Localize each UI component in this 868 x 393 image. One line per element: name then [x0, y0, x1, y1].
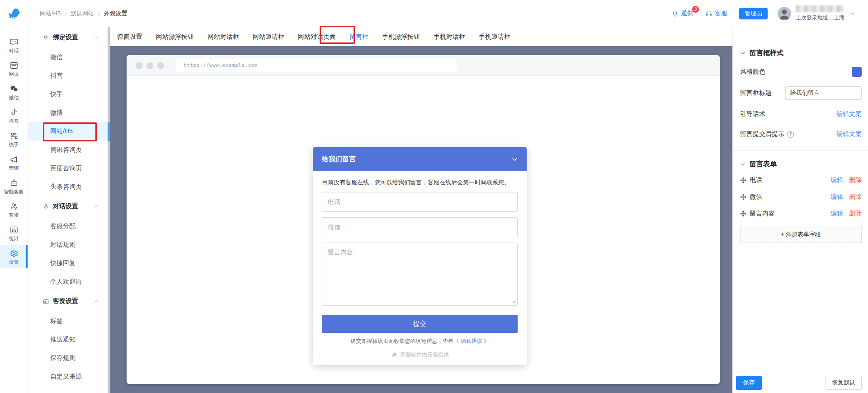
message-form-preview: 给我们留言 目前没有客服在线，您可以给我们留言，客服在线后会第一时间联系您。 提… [313, 147, 527, 365]
left-icon-rail: 对话 网页 微信 抖音 快手 营销 智能客服 客资 统计 设置 [0, 27, 28, 393]
sidebar-item-toutiao-page[interactable]: 头条咨询页 [28, 178, 108, 196]
message-field[interactable] [322, 243, 518, 306]
sidebar-item-save-rules[interactable]: 保存规则 [28, 349, 108, 367]
edit-field-link[interactable]: 编辑 [830, 176, 843, 184]
tab-message-box[interactable]: 留言框 [343, 27, 375, 46]
rail-item-webpage[interactable]: 网页 [0, 57, 28, 80]
tab-mobile-float-button[interactable]: 手机漂浮按钮 [375, 27, 427, 46]
breadcrumb-separator: / [65, 10, 66, 17]
bird-logo-icon [6, 5, 22, 22]
form-field-row-message: 留言内容 编辑删除 [740, 209, 862, 219]
chevron-down-icon[interactable] [849, 10, 855, 17]
box-title-input[interactable] [785, 86, 862, 100]
rail-item-settings[interactable]: 设置 [0, 245, 28, 268]
tab-site-chatbox[interactable]: 网站对话框 [201, 27, 246, 46]
settings-sidebar: 绑定设置 微信 抖音 快手 微博 网站/H5 腾讯咨询页 百度咨询页 头条咨询页… [28, 27, 108, 393]
rail-item-wechat[interactable]: 微信 [0, 80, 28, 104]
sidebar-section-title: 绑定设置 [53, 33, 78, 42]
browser-chrome: https://www.example.com [127, 55, 720, 76]
chevron-up-icon[interactable] [94, 299, 99, 304]
avatar[interactable] [778, 7, 791, 20]
sidebar-item-personal-greeting[interactable]: 个人欢迎语 [28, 272, 108, 291]
tab-mobile-chatbox[interactable]: 手机对话框 [427, 27, 472, 46]
form-intro-text: 目前没有客服在线，您可以给我们留言，客服在线后会第一时间联系您。 [322, 178, 518, 187]
sidebar-item-custom-source[interactable]: 自定义来源 [28, 367, 108, 386]
sidebar-item-push-notify[interactable]: 推送通知 [28, 330, 108, 349]
resize-handle-icon[interactable] [511, 299, 516, 304]
rail-item-kuaishou[interactable]: 快手 [0, 127, 28, 151]
chevron-up-icon[interactable] [94, 204, 99, 209]
submit-button[interactable]: 提交 [322, 315, 518, 333]
panel-section-form[interactable]: 留言表单 [740, 160, 862, 168]
stats-icon [9, 225, 19, 234]
delete-field-link[interactable]: 删除 [849, 210, 862, 218]
rail-item-marketing[interactable]: 营销 [0, 151, 28, 174]
move-icon[interactable] [740, 211, 746, 217]
rail-item-douyin[interactable]: 抖音 [0, 104, 28, 127]
sidebar-item-kuaishou[interactable]: 快手 [28, 85, 108, 103]
top-right-controls: 通知 3 客服 管理员 上次登录地址：上海 [671, 0, 855, 27]
phone-field[interactable] [322, 192, 518, 212]
box-title-label: 留言框标题 [740, 89, 772, 97]
edit-field-link[interactable]: 编辑 [830, 193, 843, 201]
breadcrumb-site[interactable]: 网站/H5 [40, 9, 61, 18]
tab-site-float-button[interactable]: 网站漂浮按钮 [149, 27, 201, 46]
rail-item-smart-service[interactable]: 智能客服 [0, 174, 28, 198]
edit-field-link[interactable]: 编辑 [830, 210, 843, 218]
sidebar-item-quick-reply[interactable]: 快捷回复 [28, 254, 108, 272]
tab-site-invite[interactable]: 网站邀请框 [246, 27, 291, 46]
sidebar-item-website-h5[interactable]: 网站/H5 [28, 122, 108, 140]
breadcrumb-default-site[interactable]: 默认网站 [71, 9, 94, 18]
delete-field-link[interactable]: 删除 [849, 193, 862, 201]
color-swatch[interactable] [852, 67, 862, 77]
id-card-icon [42, 298, 49, 305]
style-color-row: 风格颜色 [740, 66, 862, 77]
move-icon[interactable] [740, 177, 746, 183]
panel-section-style[interactable]: 留言框样式 [740, 49, 862, 57]
wechat-icon [9, 84, 19, 94]
tab-site-chat-page[interactable]: 网站对话页面 [291, 27, 343, 46]
restore-default-button[interactable]: 恢复默认 [826, 376, 862, 390]
sidebar-item-weibo[interactable]: 微博 [28, 103, 108, 122]
preview-canvas: https://www.example.com 给我们留言 目前没有客服在线，您… [110, 46, 732, 393]
sidebar-section-conversation[interactable]: 对话设置 [28, 196, 108, 217]
app-logo[interactable] [0, 0, 28, 27]
chevron-down-icon [740, 161, 746, 167]
collapse-chevron-icon[interactable] [511, 155, 519, 163]
breadcrumb-separator: / [98, 10, 100, 17]
webpage-icon [9, 61, 19, 70]
rail-item-chat[interactable]: 对话 [0, 33, 28, 57]
sidebar-item-wechat[interactable]: 微信 [28, 48, 108, 66]
sidebar-item-douyin[interactable]: 抖音 [28, 66, 108, 85]
role-badge[interactable]: 管理员 [739, 8, 768, 19]
headset-icon [705, 10, 712, 17]
rail-item-customers[interactable]: 客资 [0, 198, 28, 221]
add-form-field-button[interactable]: + 添加表单字段 [740, 226, 862, 243]
save-button[interactable]: 保存 [736, 376, 762, 390]
edit-guide-copy-link[interactable]: 编辑文案 [836, 110, 862, 118]
chevron-up-icon[interactable] [94, 35, 99, 40]
support-button[interactable]: 客服 [705, 9, 727, 18]
sidebar-item-chat-rules[interactable]: 对话规则 [28, 235, 108, 254]
support-label: 客服 [715, 9, 727, 18]
tab-popup-settings[interactable]: 弹窗设置 [110, 27, 149, 46]
privacy-text: 提交即授权该页面收集您的填写信息，查看《 [350, 338, 460, 344]
delete-field-link[interactable]: 删除 [849, 176, 862, 184]
sidebar-item-agent-assign[interactable]: 客服分配 [28, 217, 108, 235]
wechat-field[interactable] [322, 217, 518, 237]
sidebar-item-tencent-page[interactable]: 腾讯咨询页 [28, 140, 108, 159]
rail-item-stats[interactable]: 统计 [0, 221, 28, 245]
sidebar-item-tags[interactable]: 标签 [28, 312, 108, 330]
sidebar-section-binding[interactable]: 绑定设置 [28, 27, 108, 48]
help-icon[interactable]: ? [787, 131, 794, 138]
move-icon[interactable] [740, 194, 746, 200]
sidebar-scrollbar[interactable] [108, 27, 110, 393]
privacy-policy-link[interactable]: 隐私协议 [461, 338, 482, 344]
sidebar-item-baidu-page[interactable]: 百度咨询页 [28, 159, 108, 178]
notifications-button[interactable]: 通知 3 [671, 9, 693, 18]
url-bar: https://www.example.com [176, 59, 457, 72]
sidebar-section-customer-data[interactable]: 客资设置 [28, 291, 108, 312]
sidebar-section-title: 客资设置 [53, 297, 78, 305]
edit-after-submit-link[interactable]: 编辑文案 [836, 130, 862, 138]
tab-mobile-invite[interactable]: 手机邀请框 [472, 27, 517, 46]
